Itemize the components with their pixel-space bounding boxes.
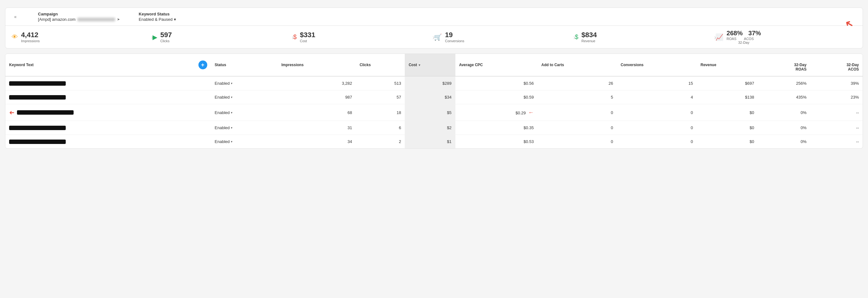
keyword-cell-0 (5, 76, 195, 90)
table-header-row: Keyword Text + Status Impressions Clicks (5, 54, 863, 76)
clicks-cell-2: 18 (356, 104, 405, 121)
table-row: Enabled ▾ 31 6 $2 $0.35 0 0 $0 0% -- (5, 121, 863, 135)
clicks-cell-3: 6 (356, 121, 405, 135)
col-acos-32: 32-Day ACOS (810, 54, 863, 76)
stat-revenue: $ $834 Revenue (575, 31, 716, 43)
status-dropdown-icon-2[interactable]: ▾ (231, 111, 232, 114)
dropdown-chevron-icon: ▾ (174, 17, 176, 22)
add-column-button[interactable]: + (198, 60, 207, 69)
cost-cell-0: $289 (405, 76, 455, 90)
sort-icon: ▾ (418, 63, 420, 67)
keyword-add-4 (195, 135, 211, 149)
table-row: ➜ Enabled ▾ 68 18 $5 $0.29 ← 0 0 $0 0% -… (5, 104, 863, 121)
stat-conversions: 🛒 19 Conversions (434, 31, 575, 43)
conversions-cell-1: 4 (617, 90, 697, 104)
acos-cell-4: -- (810, 135, 863, 149)
collapse-button[interactable]: « (12, 13, 19, 21)
keyword-text-4 (9, 139, 66, 144)
status-cell-2: Enabled ▾ (211, 104, 278, 121)
add-to-carts-cell-4: 0 (537, 135, 617, 149)
clicks-cell-0: 513 (356, 76, 405, 90)
status-cell-4: Enabled ▾ (211, 135, 278, 149)
revenue-value: $834 (582, 31, 597, 39)
row-red-arrow-icon: ➜ (9, 109, 14, 116)
keyword-status-value: Enabled & Paused (139, 17, 173, 22)
col-conversions: Conversions (617, 54, 697, 76)
cost-cell-1: $34 (405, 90, 455, 104)
conversions-cell-3: 0 (617, 121, 697, 135)
col-keyword-text: Keyword Text (5, 54, 195, 76)
keyword-text-2 (17, 110, 73, 115)
acos-cell-1: 23% (810, 90, 863, 104)
keywords-table-section: Keyword Text + Status Impressions Clicks (5, 54, 863, 149)
status-dropdown-icon-0[interactable]: ▾ (231, 82, 232, 85)
avg-cpc-cell-0: $0.56 (455, 76, 538, 90)
roas-cell-1: 435% (758, 90, 810, 104)
status-dropdown-icon-3[interactable]: ▾ (231, 126, 232, 130)
avg-cpc-cell-2: $0.29 ← (455, 104, 538, 121)
add-to-carts-cell-2: 0 (537, 104, 617, 121)
add-to-carts-cell-1: 5 (537, 90, 617, 104)
acos-cell-0: 39% (810, 76, 863, 90)
revenue-cell-2: $0 (697, 104, 758, 121)
roas-icon: 📈 (715, 33, 723, 41)
table-row: Enabled ▾ 987 57 $34 $0.59 5 4 $138 435%… (5, 90, 863, 104)
col-status: Status (211, 54, 278, 76)
keyword-add-3 (195, 121, 211, 135)
keyword-cell-2: ➜ (5, 104, 195, 121)
roas-cell-3: 0% (758, 121, 810, 135)
keyword-add-1 (195, 90, 211, 104)
stat-impressions: 👁 4,412 Impressions (12, 31, 153, 43)
stats-row: 👁 4,412 Impressions ▶ 597 Clicks $ $331 (5, 26, 863, 48)
impressions-label: Impressions (21, 39, 40, 43)
campaign-section: Campaign [Ampd] amazon.com ➤ (38, 12, 120, 22)
status-dropdown-icon-1[interactable]: ▾ (231, 96, 232, 99)
keyword-cell-4 (5, 135, 195, 149)
add-to-carts-cell-0: 26 (537, 76, 617, 90)
roas-cell-4: 0% (758, 135, 810, 149)
status-cell-1: Enabled ▾ (211, 90, 278, 104)
revenue-cell-4: $0 (697, 135, 758, 149)
impressions-cell-1: 987 (278, 90, 356, 104)
cost-cell-2: $5 (405, 104, 455, 121)
keyword-cell-1 (5, 90, 195, 104)
campaign-link-icon[interactable]: ➤ (117, 17, 120, 21)
impressions-cell-2: 68 (278, 104, 356, 121)
acos-label: ACOS (744, 37, 754, 40)
cost-icon: $ (293, 33, 297, 40)
keyword-add-2 (195, 104, 211, 121)
impressions-icon: 👁 (12, 33, 18, 40)
conversions-cell-2: 0 (617, 104, 697, 121)
impressions-value: 4,412 (21, 31, 40, 39)
keyword-status-section: Keyword Status Enabled & Paused ▾ (139, 12, 176, 22)
acos-cell-3: -- (810, 121, 863, 135)
col-average-cpc: Average CPC (455, 54, 538, 76)
clicks-icon: ▶ (153, 33, 157, 41)
impressions-cell-4: 34 (278, 135, 356, 149)
conversions-cell-4: 0 (617, 135, 697, 149)
clicks-value: 597 (160, 31, 172, 39)
stat-roas-acos: ➜ 📈 268% 37% ROAS ACOS 32-Day (715, 30, 856, 45)
table-row: Enabled ▾ 3,282 513 $289 $0.56 26 15 $69… (5, 76, 863, 90)
acos-cell-2: -- (810, 104, 863, 121)
cost-value: $331 (300, 31, 315, 39)
cpc-red-arrow-icon: ← (528, 109, 534, 116)
keyword-add-0 (195, 76, 211, 90)
keyword-status-dropdown[interactable]: Enabled & Paused ▾ (139, 17, 176, 22)
cost-label: Cost (300, 39, 315, 43)
avg-cpc-cell-3: $0.35 (455, 121, 538, 135)
avg-cpc-cell-1: $0.59 (455, 90, 538, 104)
col-add-to-carts: Add to Carts (537, 54, 617, 76)
impressions-cell-0: 3,282 (278, 76, 356, 90)
col-cost[interactable]: Cost ▾ (405, 54, 455, 76)
keyword-text-3 (9, 126, 66, 130)
revenue-icon: $ (575, 33, 578, 40)
status-dropdown-icon-4[interactable]: ▾ (231, 140, 232, 143)
revenue-label: Revenue (582, 39, 597, 43)
roas-value: 268% (726, 30, 743, 37)
col-impressions: Impressions (278, 54, 356, 76)
roas-cell-0: 256% (758, 76, 810, 90)
roas-label: ROAS (726, 37, 736, 40)
cost-cell-4: $1 (405, 135, 455, 149)
col-roas-32: 32-Day ROAS (758, 54, 810, 76)
